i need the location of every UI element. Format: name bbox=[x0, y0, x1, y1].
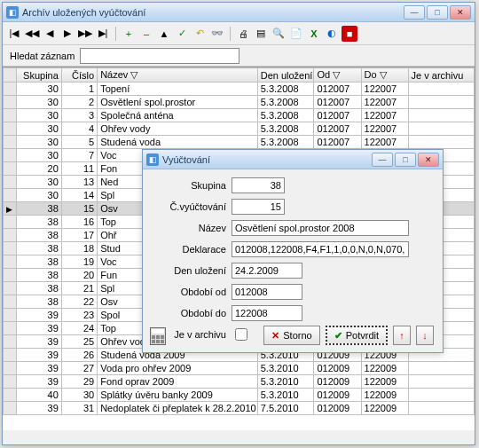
cell-cislo: 14 bbox=[61, 189, 97, 202]
arrow-down-icon: ↓ bbox=[422, 330, 428, 341]
row-marker bbox=[4, 229, 17, 242]
cell-arch bbox=[408, 389, 474, 402]
cell-skupina: 38 bbox=[16, 295, 61, 309]
nav-last-icon[interactable]: ▶| bbox=[95, 26, 111, 42]
table-row[interactable]: 301Topení5.3.2008012007122007 bbox=[4, 83, 475, 96]
cell-arch bbox=[408, 109, 474, 122]
row-marker bbox=[4, 242, 17, 255]
nav-next-icon[interactable]: ▶ bbox=[59, 26, 75, 42]
nav-prev-icon[interactable]: ◀ bbox=[42, 26, 58, 42]
cell-nazev: Nedoplatek či přeplatek k 28.2.2010 bbox=[98, 402, 258, 415]
print-icon[interactable]: 🖨 bbox=[235, 26, 251, 42]
add-icon[interactable]: + bbox=[121, 26, 137, 42]
input-od[interactable] bbox=[232, 284, 302, 300]
dialog-minimize-button[interactable]: — bbox=[372, 153, 393, 167]
search-input[interactable] bbox=[80, 48, 240, 64]
dialog-maximize-button[interactable]: □ bbox=[395, 153, 416, 167]
table-row[interactable]: 305Studená voda5.3.2008012007122007 bbox=[4, 136, 475, 149]
nav-nextpage-icon[interactable]: ▶▶ bbox=[77, 26, 93, 42]
row-marker bbox=[4, 295, 17, 309]
row-marker bbox=[4, 83, 17, 96]
cell-cislo: 3 bbox=[61, 109, 97, 122]
row-marker bbox=[4, 362, 17, 375]
cell-od: 012009 bbox=[314, 362, 361, 375]
cell-den: 5.3.2010 bbox=[257, 362, 314, 375]
binoculars-icon[interactable]: 👓 bbox=[209, 26, 225, 42]
calculator-icon[interactable] bbox=[150, 327, 166, 345]
table-row[interactable]: 304Ohřev vody5.3.2008012007122007 bbox=[4, 122, 475, 136]
col-den[interactable]: Den uložení bbox=[257, 68, 314, 83]
cell-nazev: Společná anténa bbox=[98, 109, 258, 122]
cell-skupina: 38 bbox=[16, 282, 61, 295]
cell-arch bbox=[408, 362, 474, 375]
input-arch[interactable] bbox=[235, 328, 247, 341]
table-row[interactable]: 3929Fond oprav 20095.3.2010012009122009 bbox=[4, 375, 475, 389]
cell-den: 5.3.2008 bbox=[257, 83, 314, 96]
storno-button[interactable]: ✕ Storno bbox=[263, 326, 319, 345]
input-do[interactable] bbox=[232, 305, 302, 321]
label-deklarace: Deklarace bbox=[152, 244, 232, 255]
potvrdit-label: Potvrdit bbox=[346, 330, 379, 341]
table-row[interactable]: 3927Voda pro ohřev 20095.3.2010012009122… bbox=[4, 362, 475, 375]
col-nazev[interactable]: Název ▽ bbox=[98, 68, 258, 83]
input-deklarace[interactable] bbox=[232, 241, 409, 257]
cell-cislo: 26 bbox=[61, 349, 97, 362]
app-icon: ◧ bbox=[6, 6, 19, 19]
input-cislo[interactable] bbox=[232, 199, 285, 215]
dialog-title: Vyúčtování bbox=[162, 154, 372, 165]
col-skupina[interactable]: Skupina bbox=[16, 68, 61, 83]
cell-skupina: 39 bbox=[16, 322, 61, 335]
table-row[interactable]: 4030Splátky úvěru banky 20095.3.20100120… bbox=[4, 389, 475, 402]
export-icon[interactable]: 📄 bbox=[288, 26, 304, 42]
edit-icon[interactable]: ▲ bbox=[156, 26, 172, 42]
minimize-button[interactable]: — bbox=[404, 5, 425, 20]
col-do[interactable]: Do ▽ bbox=[361, 68, 408, 83]
exit-icon[interactable]: ■ bbox=[342, 26, 357, 42]
cell-cislo: 16 bbox=[61, 216, 97, 229]
next-record-button[interactable]: ↓ bbox=[416, 326, 434, 345]
input-den[interactable] bbox=[232, 263, 302, 279]
preview-icon[interactable]: ▤ bbox=[253, 26, 269, 42]
potvrdit-button[interactable]: ✔ Potvrdit bbox=[326, 326, 388, 345]
zoom-icon[interactable]: 🔍 bbox=[271, 26, 287, 42]
nav-prevpage-icon[interactable]: ◀◀ bbox=[24, 26, 40, 42]
cell-do: 122007 bbox=[361, 109, 408, 122]
label-do: Období do bbox=[152, 308, 232, 318]
maximize-button[interactable]: □ bbox=[427, 5, 448, 20]
delete-icon[interactable]: – bbox=[138, 26, 154, 42]
excel-icon[interactable]: X bbox=[306, 26, 322, 42]
dialog-close-button[interactable]: ✕ bbox=[418, 153, 439, 167]
storno-label: Storno bbox=[283, 330, 311, 341]
cell-do: 122007 bbox=[361, 122, 408, 136]
cell-nazev: Voda pro ohřev 2009 bbox=[98, 362, 258, 375]
undo-icon[interactable]: ↶ bbox=[192, 26, 208, 42]
cell-skupina: 38 bbox=[16, 202, 61, 216]
cell-cislo: 2 bbox=[61, 96, 97, 109]
col-cislo[interactable]: Číslo bbox=[61, 68, 97, 83]
prev-record-button[interactable]: ↑ bbox=[393, 326, 411, 345]
close-button[interactable]: ✕ bbox=[450, 5, 471, 20]
cell-do: 122007 bbox=[361, 96, 408, 109]
dialog-app-icon: ◧ bbox=[146, 153, 159, 166]
cell-den: 5.3.2008 bbox=[257, 96, 314, 109]
row-marker bbox=[4, 309, 17, 322]
label-nazev: Název bbox=[152, 223, 232, 233]
input-nazev[interactable] bbox=[232, 220, 409, 236]
cell-arch bbox=[408, 136, 474, 149]
cell-do: 122009 bbox=[361, 362, 408, 375]
cell-arch bbox=[408, 375, 474, 389]
table-row[interactable]: 302Osvětlení spol.prostor5.3.20080120071… bbox=[4, 96, 475, 109]
col-od[interactable]: Od ▽ bbox=[314, 68, 361, 83]
cell-do: 122009 bbox=[361, 402, 408, 415]
nav-first-icon[interactable]: |◀ bbox=[6, 26, 22, 42]
table-row[interactable]: 303Společná anténa5.3.2008012007122007 bbox=[4, 109, 475, 122]
row-marker bbox=[4, 402, 17, 415]
col-arch[interactable]: Je v archivu bbox=[408, 68, 474, 83]
cell-den: 5.3.2008 bbox=[257, 136, 314, 149]
cell-od: 012007 bbox=[314, 122, 361, 136]
confirm-icon[interactable]: ✓ bbox=[174, 26, 190, 42]
input-skupina[interactable] bbox=[232, 177, 285, 193]
row-marker bbox=[4, 322, 17, 335]
table-row[interactable]: 3931Nedoplatek či přeplatek k 28.2.20107… bbox=[4, 402, 475, 415]
help-icon[interactable]: ◐ bbox=[324, 26, 340, 42]
